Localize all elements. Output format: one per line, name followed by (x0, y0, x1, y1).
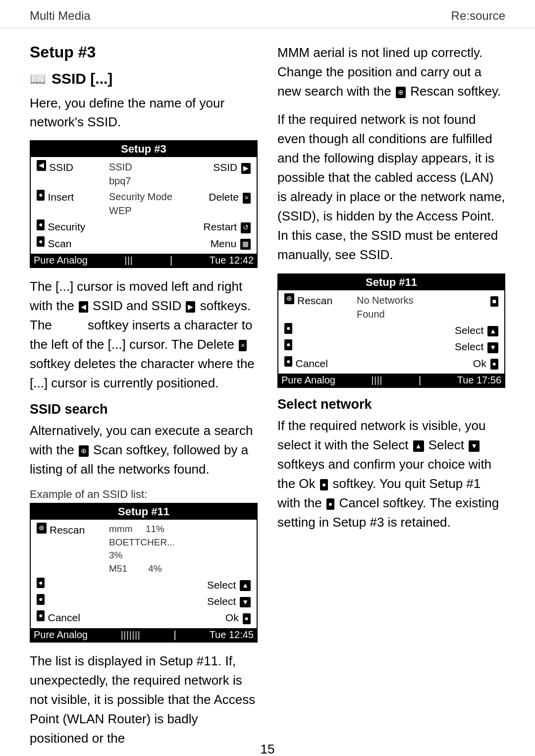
ok-inline: ● (320, 479, 328, 490)
setup3-title: Setup #3 (31, 141, 257, 157)
ssid-left-icon: ◀ (37, 160, 46, 171)
setup3-statusbar: Pure Analog ||| | Tue 12:42 (31, 254, 257, 267)
setup3-row2-right: Delete × (180, 189, 254, 218)
ssid-r-inline: ▶ (186, 301, 195, 313)
select-up-icon: ▲ (240, 580, 251, 591)
cursor-description: The [...] cursor is moved left and right… (30, 277, 258, 393)
delete-icon: × (243, 193, 251, 204)
s11l-dot1: ● (37, 578, 45, 589)
restart-icon: ↺ (241, 222, 251, 233)
setup3-row1-right: SSID ▶ (180, 159, 254, 189)
s11l-r3-right: Select ▼ (180, 593, 254, 609)
s11r-dot-r1: ■ (490, 296, 498, 307)
select-down-icon: ▼ (240, 597, 251, 608)
security-icon: ● (37, 219, 45, 230)
s11r-r1-right: ■ (428, 292, 501, 322)
setup3-row3-right: Restart ↺ (180, 218, 254, 235)
s11r-status-time: Tue 17:56 (457, 375, 501, 386)
left-column: Setup #3 📖 SSID [...] Here, you define t… (30, 43, 258, 756)
scan-inline-icon: ⊕ (79, 445, 89, 457)
setup3-row1-left: ◀ SSID (34, 159, 107, 189)
s11l-r4-right: Ok ● (180, 609, 254, 626)
s11r-r1-left: ⊕ Rescan (281, 292, 355, 322)
ssid-l-inline: ◀ (79, 301, 88, 313)
setup3-row2-center: Security ModeWEP (107, 189, 180, 218)
sel-up-inline: ▲ (413, 440, 424, 452)
s11l-r1-center: mmm 11%BOETTCHER... 3%M51 4% (107, 522, 180, 576)
book-icon: 📖 (30, 71, 46, 87)
s11r-dot1: ● (284, 323, 292, 334)
insert-icon: ● (37, 190, 45, 201)
del-inline: × (239, 340, 247, 351)
page-number: 15 (0, 732, 535, 756)
s11l-r3-left: ● (34, 593, 107, 609)
setup-title: Setup #3 (30, 43, 258, 61)
s11l-status-time: Tue 12:45 (210, 629, 254, 641)
select-network-text: If the required network is visible, you … (277, 416, 505, 532)
s11r-status-sep: | (419, 375, 421, 386)
setup3-box: Setup #3 ◀ SSID SSIDbpq7 SSID ▶ ● Insert… (30, 140, 258, 268)
s11r-r3-center (355, 338, 428, 355)
example-label: Example of an SSID list: (30, 488, 258, 501)
sel-down-inline: ▼ (469, 440, 480, 452)
s11r-select-up: ▲ (487, 326, 498, 337)
ssid-heading: 📖 SSID [...] (30, 70, 258, 87)
s11r-r1-center: No NetworksFound (355, 292, 428, 322)
s11r-r2-right: Select ▲ (428, 322, 501, 338)
ok-icon: ● (243, 613, 251, 624)
required-network-text: If the required network is not found eve… (277, 110, 505, 265)
s11r-r3-right: Select ▼ (428, 338, 501, 355)
setup3-row2-left: ● Insert (34, 189, 107, 218)
setup3-status-time: Tue 12:42 (210, 255, 254, 266)
rescan-inline-icon: ⊕ (396, 87, 406, 98)
s11r-r2-left: ● (281, 322, 355, 338)
ssid-search-title: SSID search (30, 402, 258, 417)
ssid-right-icon: ▶ (241, 163, 251, 174)
header-left: Multi Media (30, 9, 91, 23)
setup11-left-box: Setup #11 ⊕ Rescan mmm 11%BOETTCHER... 3… (30, 503, 258, 643)
setup3-row1-center: SSIDbpq7 (107, 159, 180, 189)
s11l-status-sep: | (174, 629, 176, 641)
setup11-right-title: Setup #11 (278, 274, 504, 290)
s11l-r2-center (107, 577, 180, 593)
setup3-row3-center (107, 218, 180, 235)
s11l-r1-left: ⊕ Rescan (34, 522, 107, 576)
s11r-status-bars: |||| (372, 375, 383, 385)
s11r-r4-center (355, 355, 428, 372)
s11l-dot2: ● (37, 594, 45, 605)
s11l-r2-left: ● (34, 577, 107, 593)
s11l-r2-right: Select ▲ (180, 577, 254, 593)
s11r-ok-icon: ● (490, 359, 498, 370)
setup11-right-box: Setup #11 ⊕ Rescan No NetworksFound ■ ● … (277, 273, 505, 388)
ssid-search-text: Alternatively, you can execute a search … (30, 421, 258, 479)
setup3-status-bars: ||| (124, 255, 133, 266)
setup11-left-statusbar: Pure Analog ||||||| | Tue 12:45 (31, 628, 257, 642)
s11l-r1-right (180, 522, 254, 576)
s11r-status-left: Pure Analog (281, 375, 335, 386)
intro-text: Here, you define the name of your networ… (30, 94, 258, 131)
s11l-r3-center (107, 593, 180, 609)
mmm-text: MMM aerial is not lined up correctly. Ch… (277, 43, 505, 101)
cancel-inline: ● (326, 498, 334, 510)
setup11-left-title: Setup #11 (31, 504, 257, 520)
select-network-title: Select network (277, 397, 505, 412)
setup3-row3-left: ● Security (34, 218, 107, 235)
right-column: MMM aerial is not lined up correctly. Ch… (277, 43, 505, 756)
rescan-icon: ⊕ (37, 523, 47, 534)
rescan-r-icon: ⊕ (284, 293, 294, 304)
header: Multi Media Re:source (0, 0, 535, 28)
s11r-cancel-icon: ● (284, 356, 292, 367)
s11r-r3-left: ● (281, 338, 355, 355)
s11r-dot2: ● (284, 339, 292, 350)
s11r-r2-center (355, 322, 428, 338)
s11l-r4-left: ● Cancel (34, 609, 107, 626)
setup3-row4-right: Menu ▦ (180, 235, 254, 252)
ssid-heading-text: SSID [...] (52, 70, 112, 87)
cancel-icon: ● (37, 610, 45, 621)
setup11-right-statusbar: Pure Analog |||| | Tue 17:56 (278, 374, 504, 387)
setup3-row4-left: ● Scan (34, 235, 107, 252)
header-right: Re:source (451, 9, 505, 23)
menu-icon: ▦ (240, 239, 251, 250)
s11l-status-bars: ||||||| (121, 630, 141, 640)
setup3-row4-center (107, 235, 180, 252)
